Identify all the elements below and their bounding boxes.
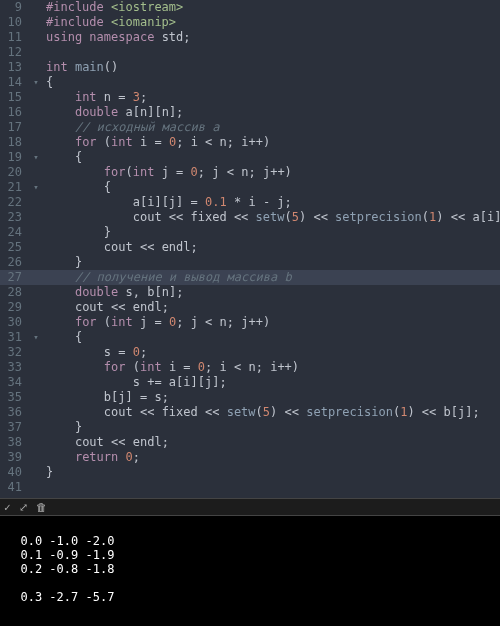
code-line[interactable]: 28 double s, b[n];	[0, 285, 500, 300]
code-content[interactable]: }	[42, 225, 111, 240]
code-content[interactable]: {	[42, 150, 82, 165]
line-number: 37	[0, 420, 30, 435]
code-line[interactable]: 38 cout << endl;	[0, 435, 500, 450]
line-number: 29	[0, 300, 30, 315]
fold-icon	[30, 390, 42, 405]
clear-icon[interactable]: 🗑	[36, 501, 47, 514]
code-line[interactable]: 13int main()	[0, 60, 500, 75]
code-content[interactable]: for (int i = 0; i < n; i++)	[42, 360, 299, 375]
fold-icon[interactable]: ▾	[30, 150, 42, 165]
line-number: 27	[0, 270, 30, 285]
code-content[interactable]: cout << endl;	[42, 435, 169, 450]
fold-icon	[30, 210, 42, 225]
code-line[interactable]: 25 cout << endl;	[0, 240, 500, 255]
code-content[interactable]: cout << fixed << setw(5) << setprecision…	[42, 405, 480, 420]
code-content[interactable]: }	[42, 465, 53, 480]
line-number: 36	[0, 405, 30, 420]
code-content[interactable]: a[i][j] = 0.1 * i - j;	[42, 195, 292, 210]
code-editor[interactable]: 9#include <iostream>10#include <iomanip>…	[0, 0, 500, 498]
code-line[interactable]: 14▾{	[0, 75, 500, 90]
code-content[interactable]: for (int i = 0; i < n; i++)	[42, 135, 270, 150]
code-line[interactable]: 10#include <iomanip>	[0, 15, 500, 30]
code-line[interactable]: 21▾ {	[0, 180, 500, 195]
code-line[interactable]: 33 for (int i = 0; i < n; i++)	[0, 360, 500, 375]
fold-icon	[30, 60, 42, 75]
code-line[interactable]: 18 for (int i = 0; i < n; i++)	[0, 135, 500, 150]
code-line[interactable]: 19▾ {	[0, 150, 500, 165]
code-content[interactable]: s = 0;	[42, 345, 147, 360]
fold-icon	[30, 360, 42, 375]
code-content[interactable]: cout << fixed << setw(5) << setprecision…	[42, 210, 500, 225]
check-icon[interactable]: ✓	[4, 501, 11, 514]
fold-icon	[30, 345, 42, 360]
code-line[interactable]: 15 int n = 3;	[0, 90, 500, 105]
code-content[interactable]: for (int j = 0; j < n; j++)	[42, 315, 270, 330]
code-line[interactable]: 20 for(int j = 0; j < n; j++)	[0, 165, 500, 180]
code-content[interactable]: {	[42, 180, 111, 195]
code-content[interactable]: {	[42, 75, 53, 90]
line-number: 34	[0, 375, 30, 390]
code-content[interactable]: #include <iostream>	[42, 0, 183, 15]
console-output[interactable]: 0.0 -1.0 -2.0 0.1 -0.9 -1.9 0.2 -0.8 -1.…	[0, 516, 500, 626]
code-line[interactable]: 32 s = 0;	[0, 345, 500, 360]
code-content[interactable]: // получение и вывод массива b	[42, 270, 292, 285]
code-line[interactable]: 11using namespace std;	[0, 30, 500, 45]
code-content[interactable]: cout << endl;	[42, 300, 169, 315]
expand-icon[interactable]: ⤢	[19, 501, 28, 514]
code-line[interactable]: 36 cout << fixed << setw(5) << setprecis…	[0, 405, 500, 420]
code-content[interactable]: #include <iomanip>	[42, 15, 176, 30]
code-content[interactable]: return 0;	[42, 450, 140, 465]
fold-icon	[30, 300, 42, 315]
fold-icon	[30, 15, 42, 30]
fold-icon[interactable]: ▾	[30, 75, 42, 90]
line-number: 40	[0, 465, 30, 480]
code-line[interactable]: 17 // исходный массив a	[0, 120, 500, 135]
fold-icon	[30, 450, 42, 465]
code-content[interactable]: cout << endl;	[42, 240, 198, 255]
code-line[interactable]: 40}	[0, 465, 500, 480]
code-content[interactable]: // исходный массив a	[42, 120, 219, 135]
line-number: 32	[0, 345, 30, 360]
code-content[interactable]: using namespace std;	[42, 30, 191, 45]
code-line[interactable]: 26 }	[0, 255, 500, 270]
code-line[interactable]: 27 // получение и вывод массива b	[0, 270, 500, 285]
code-line[interactable]: 39 return 0;	[0, 450, 500, 465]
code-line[interactable]: 37 }	[0, 420, 500, 435]
code-line[interactable]: 34 s += a[i][j];	[0, 375, 500, 390]
fold-icon	[30, 315, 42, 330]
code-line[interactable]: 16 double a[n][n];	[0, 105, 500, 120]
code-line[interactable]: 12	[0, 45, 500, 60]
code-line[interactable]: 24 }	[0, 225, 500, 240]
line-number: 30	[0, 315, 30, 330]
fold-icon	[30, 30, 42, 45]
code-line[interactable]: 41	[0, 480, 500, 495]
code-content[interactable]	[42, 45, 46, 60]
code-line[interactable]: 23 cout << fixed << setw(5) << setprecis…	[0, 210, 500, 225]
code-content[interactable]	[42, 480, 46, 495]
code-line[interactable]: 31▾ {	[0, 330, 500, 345]
line-number: 14	[0, 75, 30, 90]
code-line[interactable]: 9#include <iostream>	[0, 0, 500, 15]
fold-icon[interactable]: ▾	[30, 180, 42, 195]
code-line[interactable]: 35 b[j] = s;	[0, 390, 500, 405]
fold-icon	[30, 165, 42, 180]
code-content[interactable]: }	[42, 420, 82, 435]
code-line[interactable]: 30 for (int j = 0; j < n; j++)	[0, 315, 500, 330]
code-content[interactable]: for(int j = 0; j < n; j++)	[42, 165, 292, 180]
code-content[interactable]: b[j] = s;	[42, 390, 169, 405]
line-number: 23	[0, 210, 30, 225]
code-content[interactable]: double s, b[n];	[42, 285, 183, 300]
code-content[interactable]: int main()	[42, 60, 118, 75]
code-content[interactable]: {	[42, 330, 82, 345]
code-content[interactable]: s += a[i][j];	[42, 375, 227, 390]
code-content[interactable]: int n = 3;	[42, 90, 147, 105]
code-content[interactable]: }	[42, 255, 82, 270]
code-line[interactable]: 29 cout << endl;	[0, 300, 500, 315]
code-line[interactable]: 22 a[i][j] = 0.1 * i - j;	[0, 195, 500, 210]
code-content[interactable]: double a[n][n];	[42, 105, 183, 120]
line-number: 39	[0, 450, 30, 465]
line-number: 17	[0, 120, 30, 135]
fold-icon[interactable]: ▾	[30, 330, 42, 345]
fold-icon	[30, 105, 42, 120]
line-number: 18	[0, 135, 30, 150]
